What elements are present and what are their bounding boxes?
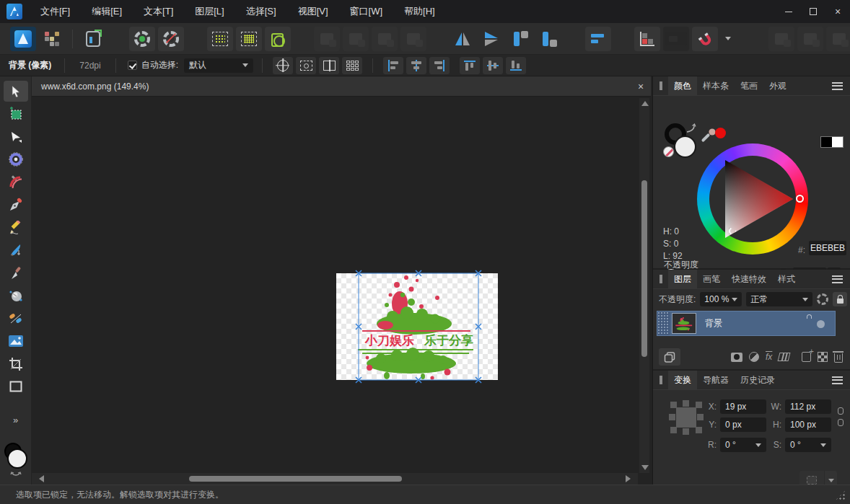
menu-view[interactable]: 视图[V] <box>287 0 339 23</box>
swap-colors-icon[interactable] <box>10 472 22 477</box>
pen-tool[interactable] <box>4 195 28 216</box>
selection-handles[interactable] <box>356 270 481 383</box>
lock-layer-button[interactable] <box>833 292 847 306</box>
scroll-down-arrow[interactable] <box>641 465 649 470</box>
rotation-dropdown[interactable]: 0 ° <box>720 438 766 452</box>
panel-menu-icon[interactable] <box>832 275 843 283</box>
align-center-h-button[interactable] <box>406 57 426 74</box>
menu-file[interactable]: 文件[F] <box>30 0 81 23</box>
selection-overlay[interactable] <box>332 269 502 384</box>
selection-visibility-button[interactable] <box>296 57 316 74</box>
selection-brush-tool[interactable] <box>4 104 28 125</box>
designer-persona-button[interactable] <box>10 27 36 51</box>
vertical-scroll-thumb[interactable] <box>641 180 647 357</box>
tab-appearance[interactable]: 外观 <box>763 76 792 96</box>
y-input[interactable]: 0 px <box>720 417 766 432</box>
x-input[interactable]: 19 px <box>720 399 766 414</box>
selection-outline-button[interactable] <box>265 27 291 51</box>
tab-brushes[interactable]: 画笔 <box>697 270 726 289</box>
export-persona-button[interactable] <box>80 27 106 51</box>
hue-selector[interactable] <box>796 195 804 203</box>
adjustment-layer-button[interactable] <box>749 352 759 362</box>
tab-color[interactable]: 颜色 <box>668 76 697 96</box>
tab-navigator[interactable]: 导航器 <box>697 371 735 390</box>
rectangle-tool[interactable] <box>4 376 28 397</box>
picked-color-swatch[interactable] <box>715 128 726 138</box>
snapping-magnet-button[interactable] <box>692 27 718 51</box>
horizontal-scrollbar[interactable] <box>32 473 638 485</box>
menu-edit[interactable]: 编辑[E] <box>81 0 133 23</box>
menu-layer[interactable]: 图层[L] <box>184 0 235 23</box>
menu-help[interactable]: 帮助[H] <box>393 0 446 23</box>
flip-horizontal-button[interactable] <box>450 27 476 51</box>
knife-tool[interactable] <box>4 262 28 283</box>
fill-well[interactable] <box>674 136 696 158</box>
document-tab[interactable]: www.x6d.com.png (149.4%) <box>32 81 149 92</box>
h-input[interactable]: 100 px <box>785 417 831 432</box>
layer-effects-button[interactable]: fx <box>766 353 772 361</box>
tab-close-button[interactable]: × <box>631 81 651 92</box>
vertical-scrollbar[interactable] <box>639 98 649 473</box>
tab-quick-fx[interactable]: 快速特效 <box>726 270 772 289</box>
layer-visibility-toggle[interactable] <box>817 320 825 328</box>
tab-history[interactable]: 历史记录 <box>735 371 781 390</box>
gear-red-button[interactable] <box>158 27 184 51</box>
link-dimensions-icon[interactable] <box>838 407 844 426</box>
vector-brush-tool[interactable] <box>4 240 28 261</box>
align-bottom-button[interactable] <box>506 57 526 74</box>
panel-grip-icon[interactable] <box>660 275 662 283</box>
fill-tool[interactable] <box>4 286 28 306</box>
new-pixel-layer-button[interactable] <box>818 352 828 362</box>
delete-layer-button[interactable] <box>834 353 843 363</box>
align-left-button[interactable] <box>383 57 403 74</box>
menu-text[interactable]: 文本[T] <box>133 0 184 23</box>
fill-stroke-wells[interactable] <box>3 443 29 476</box>
no-color-well[interactable] <box>663 146 674 157</box>
scroll-up-arrow[interactable] <box>641 101 649 106</box>
snapping-chevron-button[interactable] <box>721 27 735 51</box>
shear-dropdown[interactable]: 0 ° <box>785 438 831 452</box>
scroll-right-arrow[interactable] <box>626 475 631 482</box>
contour-tool[interactable] <box>4 172 28 193</box>
align-top-button[interactable] <box>460 57 480 74</box>
rotate-ccw-button[interactable] <box>507 27 533 51</box>
black-white-swatch[interactable] <box>820 136 844 148</box>
panel-menu-icon[interactable] <box>832 82 843 90</box>
swap-fill-stroke-icon[interactable] <box>685 123 696 133</box>
layer-name[interactable]: 背景 <box>705 317 722 330</box>
auto-select-checkbox[interactable] <box>128 61 137 70</box>
scroll-left-arrow[interactable] <box>39 475 44 482</box>
blend-mode-dropdown[interactable]: 正常 <box>746 292 812 306</box>
align-order-button[interactable] <box>585 27 611 51</box>
tools-expand-button[interactable]: » <box>13 415 18 425</box>
maximize-button[interactable] <box>801 0 825 23</box>
transparency-tool[interactable] <box>4 308 28 329</box>
panel-grip-icon[interactable] <box>660 376 662 384</box>
resize-grip[interactable] <box>836 490 846 500</box>
menu-select[interactable]: 选择[S] <box>235 0 287 23</box>
pixel-grid-button[interactable] <box>342 57 362 74</box>
blend-options-gear-icon[interactable] <box>817 293 828 305</box>
tab-swatches[interactable]: 样本条 <box>697 76 735 96</box>
fill-color-well[interactable] <box>7 448 27 469</box>
group-layers-button[interactable] <box>659 348 680 366</box>
align-middle-v-button[interactable] <box>483 57 503 74</box>
auto-select-dropdown[interactable]: 默认 <box>184 58 253 73</box>
w-input[interactable]: 112 px <box>785 399 831 414</box>
tab-styles[interactable]: 样式 <box>772 270 801 289</box>
pixel-persona-button[interactable] <box>39 27 65 51</box>
transform-origin-button[interactable] <box>273 57 293 74</box>
minimize-button[interactable] <box>776 0 801 23</box>
grid-axis-button[interactable] <box>634 27 660 51</box>
place-image-tool[interactable] <box>4 331 28 352</box>
panel-menu-icon[interactable] <box>832 376 843 384</box>
anchor-point-selector[interactable] <box>669 400 704 435</box>
point-transform-tool[interactable] <box>4 149 28 170</box>
new-layer-button[interactable] <box>802 352 811 362</box>
rotate-cw-button[interactable] <box>536 27 562 51</box>
align-right-button[interactable] <box>429 57 450 74</box>
layer-opacity-dropdown[interactable]: 100 % <box>700 292 742 306</box>
layer-thumbnail[interactable] <box>672 313 696 334</box>
move-tool[interactable] <box>4 81 28 102</box>
pencil-tool[interactable] <box>4 217 28 238</box>
